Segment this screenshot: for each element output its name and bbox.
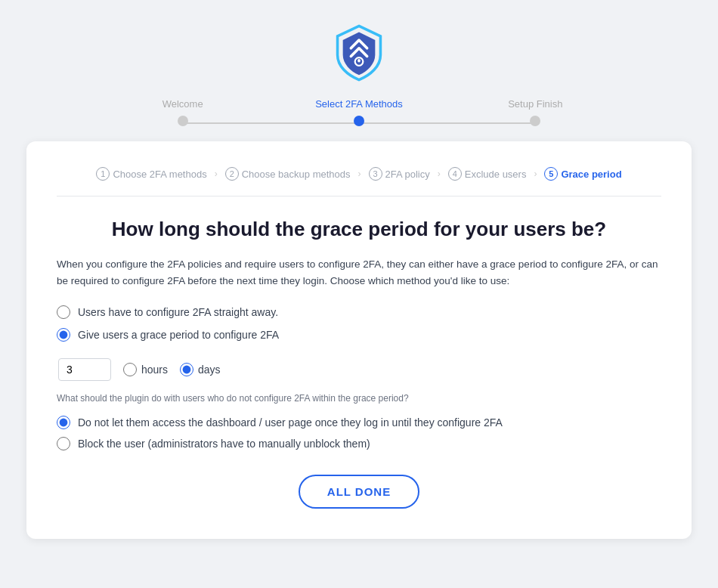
radio-block-user[interactable] [57, 437, 70, 450]
sub-step-2[interactable]: 2 Choose backup methods [218, 164, 358, 184]
sub-step-1[interactable]: 1 Choose 2FA methods [88, 164, 214, 184]
sub-step-4[interactable]: 4 Exclude users [441, 164, 534, 184]
radio-unit-hours[interactable] [123, 363, 137, 376]
grace-period-controls: hours days [58, 358, 661, 381]
content-description: When you configure the 2FA policies and … [57, 256, 661, 289]
sub-step-1-label: Choose 2FA methods [113, 169, 206, 180]
sub-step-5[interactable]: 5 Grace period [537, 164, 629, 184]
step-setup-finish-dot [530, 116, 540, 126]
logo-area [329, 0, 389, 98]
step-welcome-dot [178, 116, 188, 126]
step-welcome: Welcome [94, 98, 271, 126]
radio-unit-days[interactable] [180, 363, 193, 376]
step-select-2fa-label: Select 2FA Methods [315, 98, 403, 110]
option-straight-away-label: Users have to configure 2FA straight awa… [78, 306, 278, 318]
sub-step-3[interactable]: 3 2FA policy [361, 164, 438, 184]
radio-grace-period[interactable] [57, 328, 70, 342]
sub-step-3-label: 2FA policy [385, 169, 430, 180]
grace-radio-group: Users have to configure 2FA straight awa… [57, 305, 661, 342]
step-setup-finish: Setup Finish [447, 98, 624, 126]
sub-step-2-label: Choose backup methods [242, 169, 351, 180]
sub-step-1-num: 1 [96, 167, 110, 181]
option-no-dashboard[interactable]: Do not let them access the dashboard / u… [57, 416, 661, 429]
step-setup-finish-label: Setup Finish [508, 98, 562, 110]
option-block-user[interactable]: Block the user (administrators have to m… [57, 437, 661, 450]
option-no-dashboard-label: Do not let them access the dashboard / u… [78, 416, 503, 429]
days-label: days [198, 364, 221, 376]
step-welcome-label: Welcome [162, 98, 203, 110]
svg-rect-1 [357, 59, 361, 62]
app-logo [329, 23, 389, 83]
option-grace-period-label: Give users a grace period to configure 2… [78, 329, 279, 341]
option-block-user-label: Block the user (administrators have to m… [78, 438, 370, 450]
step-select-2fa: Select 2FA Methods [271, 98, 447, 126]
sub-step-2-num: 2 [225, 167, 239, 181]
enforcement-help-text: What should the plugin do with users who… [57, 393, 661, 404]
sub-step-3-num: 3 [369, 167, 382, 181]
top-stepper: Welcome Select 2FA Methods Setup Finish [94, 98, 624, 126]
sub-step-4-num: 4 [448, 167, 462, 181]
hours-label: hours [141, 364, 168, 376]
all-done-button[interactable]: ALL DONE [299, 475, 419, 509]
sub-step-5-num: 5 [544, 167, 558, 181]
option-straight-away[interactable]: Users have to configure 2FA straight awa… [57, 305, 661, 319]
main-card: 1 Choose 2FA methods › 2 Choose backup m… [26, 141, 692, 539]
sub-step-4-label: Exclude users [465, 169, 527, 180]
radio-straight-away[interactable] [57, 305, 70, 319]
sub-step-5-label: Grace period [561, 169, 621, 180]
radio-no-dashboard[interactable] [57, 416, 70, 429]
grace-value-input[interactable] [58, 358, 111, 381]
unit-hours-label[interactable]: hours [123, 363, 168, 376]
step-select-2fa-dot [354, 116, 364, 126]
sub-steps-nav: 1 Choose 2FA methods › 2 Choose backup m… [57, 164, 661, 197]
page-title: How long should the grace period for you… [57, 218, 661, 241]
option-grace-period[interactable]: Give users a grace period to configure 2… [57, 328, 661, 342]
enforcement-radio-group: Do not let them access the dashboard / u… [57, 416, 661, 450]
unit-days-label[interactable]: days [180, 363, 221, 376]
